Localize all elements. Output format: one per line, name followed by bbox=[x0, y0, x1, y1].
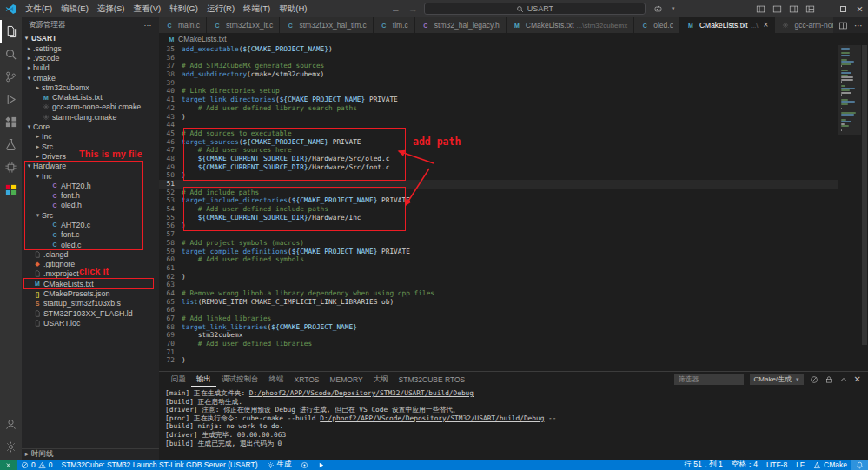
panel-tab[interactable]: 大纲 bbox=[368, 372, 394, 387]
activity-run-debug[interactable] bbox=[0, 88, 22, 110]
more-actions-icon[interactable]: ⋯ bbox=[854, 21, 863, 30]
remote-indicator[interactable] bbox=[0, 460, 17, 470]
menu-item[interactable]: 帮助(H) bbox=[275, 3, 311, 15]
output-link[interactable]: D:/phoof2/APP/VScode/Depository/STM32/US… bbox=[320, 414, 544, 422]
eol-indicator[interactable]: LF bbox=[792, 460, 809, 470]
line-number[interactable]: 64 bbox=[159, 289, 182, 298]
output-link[interactable]: D:/phoof2/APP/VScode/Depository/STM32/US… bbox=[249, 389, 474, 397]
tree-item[interactable]: Sstartup_stm32f103xb.s bbox=[22, 299, 159, 308]
menu-item[interactable]: 文件(F) bbox=[21, 3, 56, 15]
code-line[interactable]: 61 bbox=[159, 264, 838, 273]
tree-item[interactable]: ▸Drivers bbox=[22, 151, 159, 161]
code-line[interactable]: 68target_link_libraries(${CMAKE_PROJECT_… bbox=[159, 323, 838, 332]
tree-item[interactable]: gcc-arm-none-eabi.cmake bbox=[22, 103, 159, 112]
lock-scroll-icon[interactable] bbox=[825, 375, 833, 384]
editor-tab[interactable]: gcc-arm-none-eabi.cmake bbox=[775, 17, 833, 33]
line-number[interactable]: 50 bbox=[159, 171, 182, 180]
line-number[interactable]: 36 bbox=[159, 54, 182, 63]
editor-tab[interactable]: Ctim.c bbox=[374, 17, 415, 33]
code-line[interactable]: 62) bbox=[159, 273, 838, 281]
line-number[interactable]: 59 bbox=[159, 248, 182, 256]
tree-item[interactable]: ▾Core bbox=[22, 122, 159, 131]
activity-account[interactable] bbox=[0, 413, 22, 435]
panel-tab[interactable]: 调试控制台 bbox=[216, 372, 264, 387]
line-number[interactable]: 60 bbox=[159, 255, 182, 264]
tree-item[interactable]: MCMakeLists.txt bbox=[22, 92, 159, 102]
line-number[interactable]: 65 bbox=[159, 298, 182, 307]
clear-output-icon[interactable] bbox=[810, 375, 818, 384]
code-line[interactable]: 63 bbox=[159, 281, 838, 289]
code-line[interactable]: 49 ${CMAKE_CURRENT_SOURCE_DIR}/Hardware/… bbox=[159, 163, 838, 172]
tree-item[interactable]: starm-clang.cmake bbox=[22, 112, 159, 122]
line-number[interactable]: 63 bbox=[159, 281, 182, 289]
line-number[interactable]: 49 bbox=[159, 163, 182, 172]
menu-item[interactable]: 编辑(E) bbox=[56, 3, 93, 15]
editor-tab[interactable]: MCMakeLists.txt...\stm32cubemx bbox=[507, 17, 634, 33]
line-number[interactable]: 68 bbox=[159, 323, 182, 332]
line-number[interactable]: 67 bbox=[159, 314, 182, 323]
editor-tab[interactable]: Cstm32f1xx_it.c bbox=[207, 17, 280, 33]
line-number[interactable]: 44 bbox=[159, 121, 182, 129]
tree-item[interactable]: Cfont.h bbox=[22, 190, 159, 200]
tree-item[interactable]: ◆.gitignore bbox=[22, 260, 159, 269]
line-number[interactable]: 46 bbox=[159, 138, 182, 147]
tree-item[interactable]: ▾cmake bbox=[22, 73, 159, 83]
line-number[interactable]: 72 bbox=[159, 356, 182, 365]
code-line[interactable]: 35add_executable(${CMAKE_PROJECT_NAME}) bbox=[159, 45, 838, 54]
line-number[interactable]: 48 bbox=[159, 155, 182, 163]
code-line[interactable]: 46target_sources(${CMAKE_PROJECT_NAME} P… bbox=[159, 138, 838, 147]
close-icon[interactable]: × bbox=[764, 22, 769, 29]
panel-tab[interactable]: 问题 bbox=[166, 372, 191, 387]
code-line[interactable]: 60 # Add user defined symbols bbox=[159, 255, 838, 264]
code-line[interactable]: 64# Remove wrong libob.a library depende… bbox=[159, 289, 838, 298]
code-line[interactable]: 48 ${CMAKE_CURRENT_SOURCE_DIR}/Hardware/… bbox=[159, 155, 838, 163]
activity-source-control[interactable] bbox=[0, 65, 22, 88]
code-area[interactable]: 35add_executable(${CMAKE_PROJECT_NAME})3… bbox=[159, 45, 838, 371]
tree-item[interactable]: ▸Inc bbox=[22, 132, 159, 142]
tree-item[interactable]: ▾Inc bbox=[22, 171, 159, 181]
line-number[interactable]: 62 bbox=[159, 273, 182, 281]
line-number[interactable]: 43 bbox=[159, 113, 182, 122]
tree-item[interactable]: STM32F103XX_FLASH.ld bbox=[22, 308, 159, 318]
line-number[interactable]: 61 bbox=[159, 264, 182, 273]
command-center-search[interactable]: USART bbox=[424, 3, 646, 15]
activity-testing[interactable] bbox=[0, 133, 22, 156]
cursor-position[interactable]: 行 51，列 1 bbox=[679, 460, 726, 470]
panel-tab[interactable]: XRTOS bbox=[289, 372, 325, 387]
code-line[interactable]: 53target_include_directories(${CMAKE_PRO… bbox=[159, 196, 838, 205]
code-line[interactable]: 72) bbox=[159, 356, 838, 365]
maximize-icon[interactable] bbox=[835, 0, 851, 17]
code-line[interactable]: 37# Add STM32CubeMX generated sources bbox=[159, 62, 838, 70]
notifications-bell[interactable] bbox=[851, 460, 868, 470]
line-number[interactable]: 55 bbox=[159, 214, 182, 222]
line-number[interactable]: 69 bbox=[159, 331, 182, 340]
code-line[interactable]: 36 bbox=[159, 54, 838, 63]
line-number[interactable]: 37 bbox=[159, 62, 182, 70]
editor-tab[interactable]: Coled.c bbox=[634, 17, 680, 33]
cmake-status[interactable]: CMake bbox=[809, 460, 851, 470]
build-target-button[interactable] bbox=[296, 460, 313, 470]
editor-tab[interactable]: Cstm32f1xx_hal_tim.c bbox=[280, 17, 373, 33]
code-line[interactable]: 54 # Add user defined include paths bbox=[159, 205, 838, 214]
line-number[interactable]: 57 bbox=[159, 230, 182, 239]
code-line[interactable]: 55 ${CMAKE_CURRENT_SOURCE_DIR}/Hardware/… bbox=[159, 214, 838, 222]
copilot-icon[interactable] bbox=[650, 4, 666, 14]
menu-item[interactable]: 查看(V) bbox=[129, 3, 165, 15]
code-line[interactable]: 57 bbox=[159, 230, 838, 239]
timeline-section[interactable]: ▸ 时间线 bbox=[22, 448, 159, 460]
code-line[interactable]: 45# Add sources to executable bbox=[159, 129, 838, 138]
line-number[interactable]: 40 bbox=[159, 87, 182, 96]
panel-filter-input[interactable] bbox=[674, 374, 744, 385]
tree-item[interactable]: Coled.c bbox=[22, 240, 159, 249]
line-number[interactable]: 38 bbox=[159, 70, 182, 79]
tree-item[interactable]: ▸build bbox=[22, 63, 159, 73]
tree-item[interactable]: CAHT20.h bbox=[22, 181, 159, 190]
close-window-icon[interactable]: ✕ bbox=[851, 0, 868, 17]
code-line[interactable]: 69 stm32cubemx bbox=[159, 331, 838, 340]
tree-item[interactable]: ▸Src bbox=[22, 142, 159, 151]
code-line[interactable]: 71 bbox=[159, 348, 838, 357]
line-number[interactable]: 47 bbox=[159, 146, 182, 155]
line-number[interactable]: 70 bbox=[159, 340, 182, 348]
problems-indicator[interactable]: 00 bbox=[17, 460, 56, 470]
code-line[interactable]: 59target_compile_definitions(${CMAKE_PRO… bbox=[159, 248, 838, 256]
